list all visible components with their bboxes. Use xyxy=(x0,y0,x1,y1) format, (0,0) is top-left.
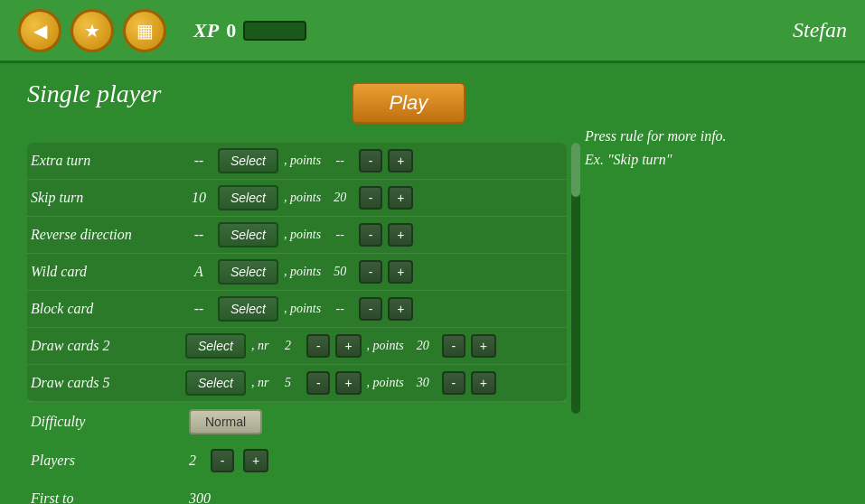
difficulty-button[interactable]: Normal xyxy=(189,409,262,434)
table-row: Block card -- Select , points -- - + xyxy=(27,291,567,328)
first-to-row: First to 300 - + xyxy=(27,480,567,504)
table-row: Draw cards 2 Select , nr 2 - + , points … xyxy=(27,328,567,365)
info-text: Press rule for more info. Ex. "Skip turn… xyxy=(585,125,838,171)
points-label: , points xyxy=(284,154,321,168)
nr-label: , nr xyxy=(251,339,268,353)
points-value-draw-cards-5: 30 xyxy=(409,376,437,390)
select-button-wild-card[interactable]: Select xyxy=(218,259,278,285)
points-label: , points xyxy=(284,265,321,279)
rule-name-reverse-direction: Reverse direction xyxy=(31,227,180,243)
xp-bar xyxy=(243,21,306,41)
nr-value-draw-cards-2: 2 xyxy=(274,339,301,353)
select-button-draw-cards-2[interactable]: Select xyxy=(185,333,246,359)
points-label: , points xyxy=(284,302,321,316)
plus-button-reverse-direction[interactable]: + xyxy=(388,223,413,247)
first-to-value: 300 xyxy=(189,490,211,504)
players-row: Players 2 - + xyxy=(27,442,567,480)
page-title: Single player xyxy=(27,79,162,108)
rule-name-block-card: Block card xyxy=(31,301,180,317)
minus-button-nr-draw-cards-5[interactable]: - xyxy=(306,371,330,395)
rule-value-wild-card: A xyxy=(185,264,212,280)
minus-button-draw-cards-2[interactable]: - xyxy=(442,334,465,358)
points-value-skip-turn: 20 xyxy=(326,191,353,205)
plus-button-nr-draw-cards-5[interactable]: + xyxy=(335,371,361,395)
table-row: Wild card A Select , points 50 - + xyxy=(27,254,567,291)
right-panel: Press rule for more info. Ex. "Skip turn… xyxy=(585,79,838,504)
plus-button-players[interactable]: + xyxy=(243,449,268,472)
points-label: , points xyxy=(284,228,321,242)
username: Stefan xyxy=(793,18,847,42)
minus-button-players[interactable]: - xyxy=(211,449,234,472)
rule-name-skip-turn: Skip turn xyxy=(31,190,180,206)
minus-button-extra-turn[interactable]: - xyxy=(359,149,382,173)
left-panel: Single player Play Extra turn -- Select … xyxy=(27,79,567,504)
top-icons: ◀ ★ ▦ xyxy=(18,9,166,52)
select-button-extra-turn[interactable]: Select xyxy=(218,148,278,173)
rule-value-skip-turn: 10 xyxy=(185,190,212,206)
scrollbar-thumb[interactable] xyxy=(571,143,580,197)
points-label: , points xyxy=(367,376,404,390)
minus-button-skip-turn[interactable]: - xyxy=(359,186,382,210)
back-icon[interactable]: ◀ xyxy=(18,9,61,52)
rule-value-reverse-direction: -- xyxy=(185,227,212,243)
minus-button-draw-cards-5[interactable]: - xyxy=(442,371,465,395)
rule-name-draw-cards-5: Draw cards 5 xyxy=(31,375,180,391)
table-row: Reverse direction -- Select , points -- … xyxy=(27,217,567,254)
minus-button-reverse-direction[interactable]: - xyxy=(359,223,382,247)
rules-container: Extra turn -- Select , points -- - + Ski… xyxy=(27,143,567,402)
play-button[interactable]: Play xyxy=(352,82,466,124)
points-label: , points xyxy=(367,339,404,353)
nr-label: , nr xyxy=(251,376,268,390)
rule-value-block-card: -- xyxy=(185,301,212,317)
select-button-skip-turn[interactable]: Select xyxy=(218,185,278,210)
table-row: Draw cards 5 Select , nr 5 - + , points … xyxy=(27,365,567,402)
achievements-icon[interactable]: ★ xyxy=(71,9,114,52)
plus-button-skip-turn[interactable]: + xyxy=(388,186,413,210)
minus-button-nr-draw-cards-2[interactable]: - xyxy=(306,334,330,358)
xp-section: XP 0 xyxy=(193,19,306,42)
points-value-reverse-direction: -- xyxy=(326,228,353,242)
nr-value-draw-cards-5: 5 xyxy=(274,376,301,390)
points-label: , points xyxy=(284,191,321,205)
points-value-extra-turn: -- xyxy=(326,154,353,168)
plus-button-block-card[interactable]: + xyxy=(388,297,413,321)
plus-button-draw-cards-5[interactable]: + xyxy=(471,371,496,395)
points-value-draw-cards-2: 20 xyxy=(409,339,437,353)
top-bar: ◀ ★ ▦ XP 0 Stefan xyxy=(0,0,865,63)
plus-button-extra-turn[interactable]: + xyxy=(388,149,413,173)
first-to-label: First to xyxy=(31,490,180,504)
difficulty-label: Difficulty xyxy=(31,414,180,430)
rule-name-extra-turn: Extra turn xyxy=(31,153,180,169)
table-row: Extra turn -- Select , points -- - + xyxy=(27,143,567,180)
points-value-block-card: -- xyxy=(326,302,353,316)
select-button-reverse-direction[interactable]: Select xyxy=(218,222,278,247)
difficulty-row: Difficulty Normal xyxy=(27,402,567,442)
select-button-draw-cards-5[interactable]: Select xyxy=(185,370,246,396)
minus-button-block-card[interactable]: - xyxy=(359,297,382,321)
rule-name-draw-cards-2: Draw cards 2 xyxy=(31,338,180,354)
minus-button-wild-card[interactable]: - xyxy=(359,260,382,284)
plus-button-wild-card[interactable]: + xyxy=(388,260,413,284)
points-value-wild-card: 50 xyxy=(326,265,353,279)
plus-button-nr-draw-cards-2[interactable]: + xyxy=(335,334,361,358)
players-value: 2 xyxy=(189,453,196,469)
stats-icon[interactable]: ▦ xyxy=(123,9,166,52)
xp-value: 0 xyxy=(226,19,236,42)
scrollbar[interactable] xyxy=(571,143,580,414)
players-label: Players xyxy=(31,453,180,469)
xp-label: XP xyxy=(193,19,219,42)
plus-button-draw-cards-2[interactable]: + xyxy=(471,334,496,358)
select-button-block-card[interactable]: Select xyxy=(218,296,278,322)
rule-value-extra-turn: -- xyxy=(185,153,212,169)
table-row: Skip turn 10 Select , points 20 - + xyxy=(27,180,567,217)
rule-name-wild-card: Wild card xyxy=(31,264,180,280)
